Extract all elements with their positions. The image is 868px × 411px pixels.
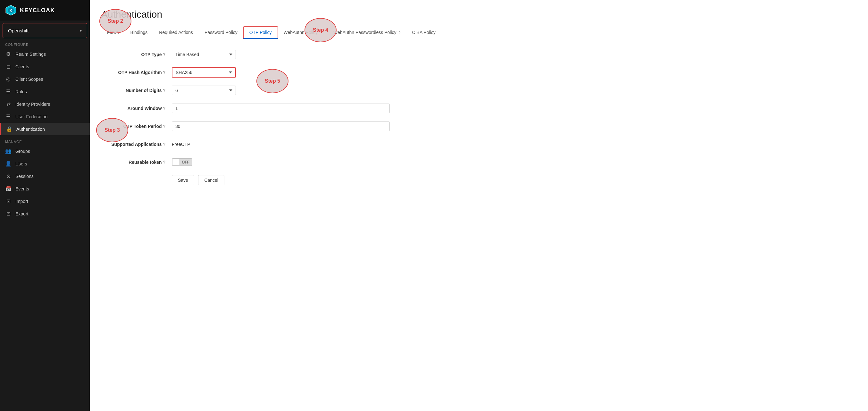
supported-apps-label: Supported Applications ? [101, 142, 172, 147]
tab-webauthn-passwordless-policy[interactable]: WebAuthn Passwordless Policy ? [328, 27, 406, 39]
tab-ciba-policy[interactable]: CIBA Policy [406, 27, 441, 39]
token-period-label: OTP Token Period ? [101, 124, 172, 129]
otp-hash-help-icon[interactable]: ? [163, 70, 165, 75]
around-window-help-icon[interactable]: ? [163, 106, 165, 110]
sidebar-item-authentication[interactable]: 🔒 Authentication [0, 123, 90, 135]
sidebar: K KEYCLOAK Openshift ▾ Configure ⚙ Realm… [0, 0, 90, 411]
sidebar-item-label: Users [16, 161, 27, 166]
lock-icon: 🔒 [6, 126, 12, 132]
digits-help-icon[interactable]: ? [163, 88, 165, 93]
sidebar-item-label: Import [16, 199, 28, 204]
otp-hash-label: OTP Hash Algorithm ? [101, 70, 172, 75]
sidebar-item-label: Roles [16, 89, 27, 94]
sidebar-item-client-scopes[interactable]: ◎ Client Scopes [0, 73, 90, 85]
sidebar-item-label: Clients [16, 64, 29, 69]
sidebar-item-label: Client Scopes [16, 76, 43, 82]
token-period-control [172, 122, 390, 131]
sidebar-item-label: Authentication [17, 127, 45, 132]
tab-password-policy[interactable]: Password Policy [199, 27, 243, 39]
otp-type-select[interactable]: Time Based Counter Based [172, 50, 236, 59]
keycloak-logo-icon: K [5, 4, 17, 16]
main-panel: Authentication Flows Bindings Required A… [90, 0, 868, 411]
otp-type-label: OTP Type ? [101, 52, 172, 57]
tab-otp-policy[interactable]: OTP Policy [243, 26, 278, 39]
roles-icon: ☰ [5, 89, 11, 95]
main-content: Authentication Flows Bindings Required A… [90, 0, 868, 411]
otp-policy-form: OTP Type ? Time Based Counter Based OTP … [101, 49, 390, 186]
webauthn-passwordless-help-icon: ? [398, 31, 400, 35]
tab-webauthn-policy[interactable]: WebAuthn Policy ? [278, 27, 328, 39]
otp-hash-row: OTP Hash Algorithm ? SHA1 SHA256 SHA512 [101, 67, 390, 78]
supported-apps-row: Supported Applications ? FreeOTP [101, 138, 390, 150]
digits-select[interactable]: 6 8 [172, 86, 236, 95]
otp-hash-control: SHA1 SHA256 SHA512 [172, 67, 390, 77]
identity-providers-icon: ⇄ [5, 101, 11, 107]
tab-flows[interactable]: Flows [101, 27, 125, 39]
clients-icon: ◻ [5, 63, 11, 70]
supported-apps-text: FreeOTP [172, 142, 190, 147]
reusable-token-control: OFF [172, 158, 390, 166]
sidebar-item-realm-settings[interactable]: ⚙ Realm Settings [0, 48, 90, 60]
sidebar-item-label: Export [16, 211, 28, 216]
sidebar-item-roles[interactable]: ☰ Roles [0, 85, 90, 98]
svg-text:K: K [10, 8, 12, 13]
sessions-icon: ⊙ [5, 173, 11, 179]
webauthn-help-icon: ? [320, 31, 322, 35]
around-window-input[interactable] [172, 103, 390, 113]
sidebar-item-label: Identity Providers [16, 102, 50, 107]
chevron-down-icon: ▾ [80, 29, 82, 33]
token-period-input[interactable] [172, 122, 390, 131]
page-title: Authentication [101, 9, 857, 20]
tab-bindings[interactable]: Bindings [125, 27, 154, 39]
sidebar-item-export[interactable]: ⊡ Export [0, 208, 90, 220]
around-window-label: Around Window ? [101, 106, 172, 111]
toggle-wrap: OFF [172, 158, 390, 166]
app-title: KEYCLOAK [20, 7, 55, 14]
sidebar-item-import[interactable]: ⊡ Import [0, 195, 90, 208]
otp-type-control: Time Based Counter Based [172, 50, 390, 59]
cancel-button[interactable]: Cancel [198, 175, 224, 185]
digits-row: Number of Digits ? 6 8 [101, 85, 390, 96]
sidebar-item-label: User Federation [16, 114, 48, 119]
sidebar-item-label: Realm Settings [16, 52, 46, 57]
sidebar-item-label: Events [16, 186, 29, 191]
toggle-label: OFF [179, 159, 192, 165]
digits-label: Number of Digits ? [101, 88, 172, 93]
reusable-token-row: Reusable token ? OFF [101, 156, 390, 168]
realm-name: Openshift [8, 28, 29, 33]
otp-hash-select[interactable]: SHA1 SHA256 SHA512 [172, 67, 236, 77]
client-scopes-icon: ◎ [5, 76, 11, 82]
settings-icon: ⚙ [5, 51, 11, 57]
supported-apps-help-icon[interactable]: ? [163, 142, 165, 147]
sidebar-item-sessions[interactable]: ⊙ Sessions [0, 170, 90, 182]
around-window-row: Around Window ? [101, 103, 390, 114]
reusable-token-label: Reusable token ? [101, 160, 172, 165]
sidebar-item-clients[interactable]: ◻ Clients [0, 60, 90, 73]
token-period-help-icon[interactable]: ? [163, 124, 165, 129]
sidebar-item-events[interactable]: 📅 Events [0, 182, 90, 195]
import-icon: ⊡ [5, 198, 11, 204]
manage-section-label: Manage [0, 135, 90, 145]
tab-required-actions[interactable]: Required Actions [153, 27, 199, 39]
form-actions-row: Save Cancel [101, 175, 390, 186]
events-icon: 📅 [5, 186, 11, 192]
toggle-handle [172, 159, 179, 166]
page-header: Authentication Flows Bindings Required A… [90, 0, 868, 39]
save-button[interactable]: Save [172, 175, 194, 185]
user-federation-icon: ☰ [5, 114, 11, 120]
groups-icon: 👥 [5, 148, 11, 154]
form-content: OTP Type ? Time Based Counter Based OTP … [90, 39, 868, 202]
export-icon: ⊡ [5, 211, 11, 217]
sidebar-item-users[interactable]: 👤 Users [0, 157, 90, 170]
reusable-token-help-icon[interactable]: ? [163, 160, 165, 164]
tabs-nav: Flows Bindings Required Actions Password… [101, 26, 857, 39]
sidebar-item-identity-providers[interactable]: ⇄ Identity Providers [0, 98, 90, 110]
digits-control: 6 8 [172, 86, 390, 95]
reusable-token-toggle[interactable]: OFF [172, 158, 192, 166]
sidebar-item-user-federation[interactable]: ☰ User Federation [0, 110, 90, 123]
sidebar-item-groups[interactable]: 👥 Groups [0, 145, 90, 157]
realm-selector[interactable]: Openshift ▾ [3, 23, 87, 38]
users-icon: 👤 [5, 161, 11, 167]
around-window-control [172, 103, 390, 113]
otp-type-help-icon[interactable]: ? [163, 52, 165, 57]
